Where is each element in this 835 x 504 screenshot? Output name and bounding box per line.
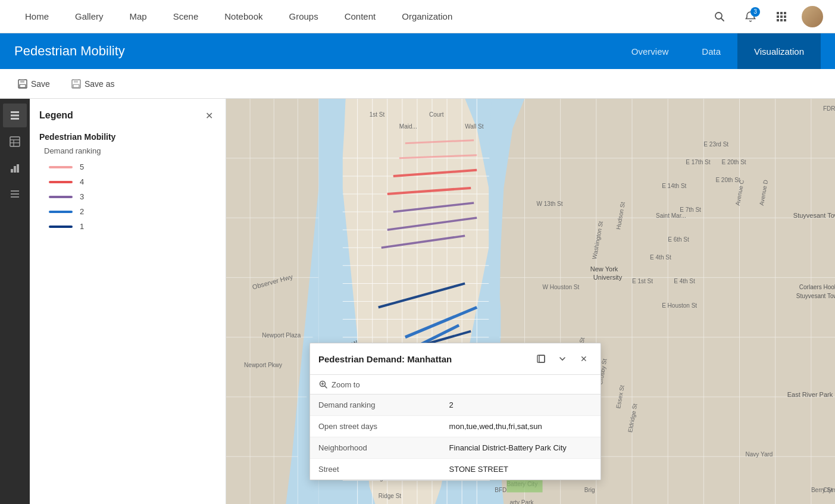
sidebar-list-btn[interactable] [3, 182, 27, 206]
svg-rect-8 [777, 19, 779, 21]
svg-rect-3 [780, 12, 783, 14]
svg-text:Wall St: Wall St [465, 123, 484, 130]
svg-text:Navy Yard: Navy Yard [746, 451, 773, 458]
field-value: Financial District-Battery Park City [441, 437, 601, 459]
popup-panel: Pedestrian Demand: Manhattan ✕ [309, 343, 601, 480]
nav-map[interactable]: Map [117, 0, 160, 33]
table-row: Open street days mon,tue,wed,thu,fri,sat… [310, 416, 601, 437]
sidebar-chart-btn[interactable] [3, 156, 27, 180]
popup-expand-button[interactable] [533, 350, 549, 367]
svg-text:Maid...: Maid... [399, 123, 417, 130]
table-row: Street STONE STREET [310, 459, 601, 480]
svg-text:E 1st St: E 1st St [632, 278, 653, 284]
svg-text:E Houston St: E Houston St [662, 302, 697, 309]
nav-links: Home Gallery Map Scene Notebook Groups C… [12, 0, 709, 33]
svg-text:BFD: BFD [495, 487, 506, 493]
legend-items: 5 4 3 2 1 [39, 162, 216, 231]
tab-overview[interactable]: Overview [615, 33, 686, 69]
chart-icon [9, 162, 21, 174]
svg-text:E 7th St: E 7th St [680, 206, 701, 213]
popup-close-button[interactable]: ✕ [576, 350, 592, 367]
svg-rect-166 [539, 355, 545, 362]
notification-icon-btn[interactable]: 3 [740, 6, 761, 27]
legend-line-color [49, 196, 73, 198]
app-header: Pedestrian Mobility Overview Data Visual… [0, 33, 835, 69]
svg-text:Newport Plaza: Newport Plaza [262, 332, 301, 339]
popup-zoom-label: Zoom to [332, 380, 360, 389]
grid-icon [776, 11, 787, 22]
sidebar-table-btn[interactable] [3, 130, 27, 154]
nav-home[interactable]: Home [12, 0, 62, 33]
field-key: Open street days [310, 416, 441, 437]
popup-table: Demand ranking 2 Open street days mon,tu… [310, 395, 601, 480]
field-value: STONE STREET [441, 459, 601, 480]
map-area[interactable]: Observer Hwy Newport Plaza Newport Pkwy … [226, 99, 835, 504]
svg-text:Ridge St: Ridge St [379, 493, 402, 499]
legend-item: 3 [49, 192, 216, 201]
nav-organization[interactable]: Organization [389, 0, 465, 33]
nav-gallery[interactable]: Gallery [62, 0, 117, 33]
svg-text:E 23rd St: E 23rd St [703, 141, 728, 148]
svg-rect-15 [74, 80, 78, 83]
svg-text:E 17th St: E 17th St [686, 159, 710, 165]
app-title: Pedestrian Mobility [14, 43, 615, 59]
svg-text:Stuyvesant Town: Stuyvesant Town [793, 212, 835, 219]
left-sidebar [0, 99, 30, 504]
legend-item-value: 2 [80, 207, 84, 216]
svg-rect-10 [784, 19, 786, 21]
svg-text:Newport Pkwy: Newport Pkwy [244, 362, 282, 368]
nav-scene[interactable]: Scene [160, 0, 212, 33]
legend-item: 5 [49, 162, 216, 171]
table-row: Demand ranking 2 [310, 395, 601, 416]
svg-rect-17 [11, 111, 19, 113]
legend-line-color [49, 211, 73, 213]
svg-text:Court: Court [429, 111, 444, 118]
svg-rect-26 [17, 164, 19, 173]
chevron-down-icon [558, 355, 567, 363]
nav-notebook[interactable]: Notebook [211, 0, 276, 33]
table-icon [9, 136, 21, 148]
svg-text:E 20th St: E 20th St [715, 177, 740, 183]
legend-layer-title: Pedestrian Mobility [39, 132, 216, 142]
svg-rect-6 [780, 15, 783, 18]
svg-text:FDR: FDR [823, 105, 835, 112]
search-icon [714, 11, 725, 23]
zoom-icon [318, 380, 328, 389]
legend-item-value: 1 [80, 222, 84, 231]
saveas-button[interactable]: Save as [63, 76, 123, 92]
popup-header: Pedestrian Demand: Manhattan ✕ [310, 343, 601, 375]
save-button[interactable]: Save [10, 76, 58, 92]
legend-item-value: 4 [80, 177, 84, 186]
search-icon-btn[interactable] [709, 6, 730, 27]
layers-icon [9, 109, 21, 121]
legend-line-color [49, 181, 73, 183]
legend-panel: Legend ✕ Pedestrian Mobility Demand rank… [30, 99, 226, 504]
tab-data[interactable]: Data [685, 33, 737, 69]
popup-zoom-btn[interactable]: Zoom to [310, 375, 601, 395]
legend-line-color [49, 166, 73, 168]
field-value: 2 [441, 395, 601, 416]
field-value: mon,tue,wed,thu,fri,sat,sun [441, 416, 601, 437]
popup-collapse-button[interactable] [554, 350, 571, 367]
legend-subtitle: Demand ranking [39, 146, 216, 155]
toolbar: Save Save as [0, 69, 835, 99]
svg-rect-7 [784, 15, 786, 18]
legend-close-button[interactable]: ✕ [202, 108, 216, 123]
nav-content[interactable]: Content [332, 0, 389, 33]
svg-text:Brig: Brig [584, 487, 595, 493]
top-navigation: Home Gallery Map Scene Notebook Groups C… [0, 0, 835, 33]
list-icon [9, 188, 21, 200]
popup-controls: ✕ [533, 350, 592, 367]
svg-rect-9 [780, 19, 783, 21]
svg-rect-2 [777, 12, 779, 14]
apps-grid-btn[interactable] [771, 6, 792, 27]
saveas-icon [71, 79, 81, 89]
sidebar-layers-btn[interactable] [3, 104, 27, 127]
svg-text:Berry St: Berry St [811, 487, 833, 493]
tab-visualization[interactable]: Visualization [737, 33, 821, 69]
nav-groups[interactable]: Groups [276, 0, 331, 33]
legend-line-color [49, 226, 73, 228]
svg-line-168 [325, 386, 327, 389]
user-avatar[interactable] [802, 6, 823, 27]
svg-line-1 [721, 18, 724, 21]
